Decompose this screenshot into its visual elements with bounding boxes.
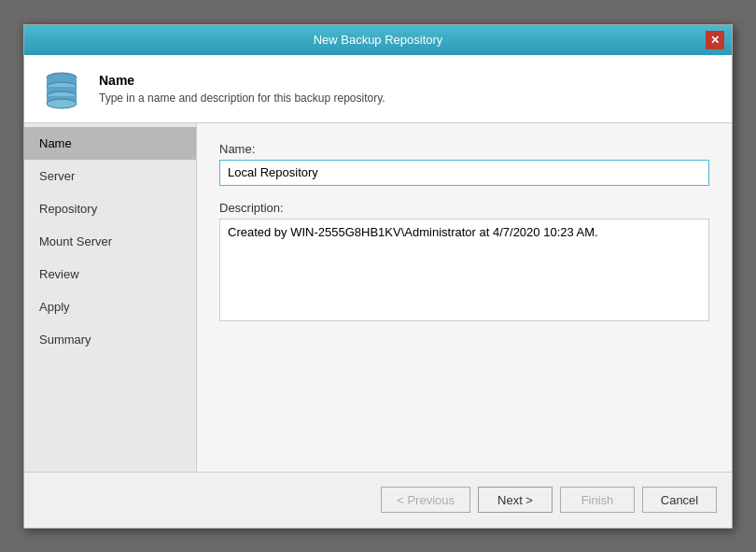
next-button[interactable]: Next >	[478, 487, 553, 513]
header-area: Name Type in a name and description for …	[24, 55, 732, 123]
cancel-button[interactable]: Cancel	[642, 487, 717, 513]
header-title: Name	[99, 73, 385, 88]
content-area: Name: Description:	[197, 123, 732, 472]
close-button[interactable]: ✕	[706, 31, 724, 50]
finish-button[interactable]: Finish	[560, 487, 635, 513]
sidebar-item-review[interactable]: Review	[24, 258, 196, 290]
svg-point-6	[47, 99, 77, 108]
header-text: Name Type in a name and description for …	[99, 73, 385, 105]
description-label: Description:	[219, 201, 709, 215]
sidebar-item-mount-server[interactable]: Mount Server	[24, 225, 196, 258]
footer: < Previous Next > Finish Cancel	[24, 472, 732, 528]
name-input[interactable]	[219, 160, 709, 186]
sidebar: Name Server Repository Mount Server Revi…	[24, 123, 197, 472]
header-description: Type in a name and description for this …	[99, 92, 385, 105]
previous-button[interactable]: < Previous	[381, 487, 470, 513]
dialog: New Backup Repository ✕ Name Type in a n…	[23, 24, 733, 529]
sidebar-item-server[interactable]: Server	[24, 160, 196, 192]
sidebar-item-apply[interactable]: Apply	[24, 290, 196, 323]
description-field-group: Description:	[219, 201, 709, 324]
database-icon	[39, 66, 84, 111]
name-label: Name:	[219, 142, 709, 156]
name-field-group: Name:	[219, 142, 709, 186]
sidebar-item-repository[interactable]: Repository	[24, 192, 196, 225]
main-content: Name Server Repository Mount Server Revi…	[24, 123, 732, 472]
description-textarea[interactable]	[219, 219, 709, 321]
dialog-title: New Backup Repository	[50, 33, 706, 47]
title-bar: New Backup Repository ✕	[24, 25, 732, 55]
sidebar-item-name[interactable]: Name	[24, 127, 196, 160]
sidebar-item-summary[interactable]: Summary	[24, 323, 196, 356]
